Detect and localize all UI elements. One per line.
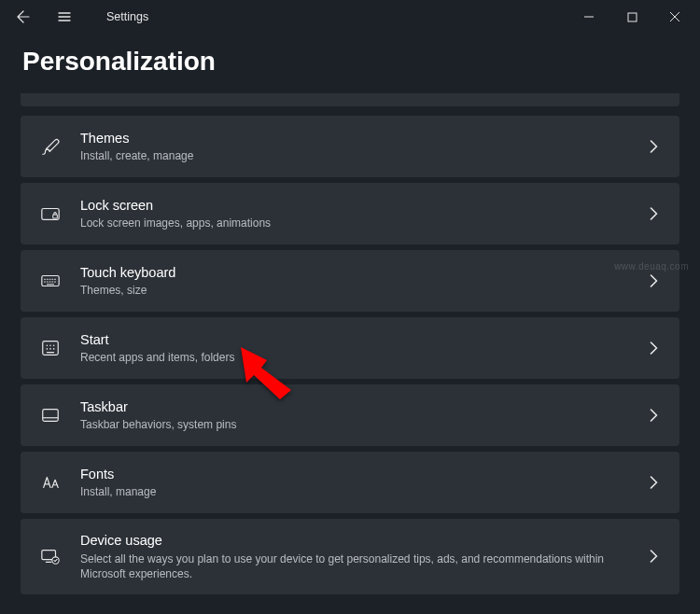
app-title: Settings — [106, 10, 148, 23]
row-subtitle: Select all the ways you plan to use your… — [80, 551, 635, 581]
taskbar-icon — [39, 404, 62, 426]
row-fonts[interactable]: Fonts Install, manage — [21, 452, 679, 513]
titlebar: Settings — [0, 0, 700, 34]
close-icon — [669, 11, 680, 22]
svg-rect-2 — [53, 215, 58, 218]
start-grid-icon — [39, 337, 62, 359]
row-subtitle: Taskbar behaviors, system pins — [80, 417, 635, 432]
lock-screen-icon — [39, 202, 62, 225]
row-taskbar[interactable]: Taskbar Taskbar behaviors, system pins — [21, 384, 679, 446]
minimize-icon — [583, 11, 595, 22]
svg-point-5 — [47, 344, 49, 346]
row-start[interactable]: Start Recent apps and items, folders — [21, 317, 679, 379]
device-usage-icon — [39, 545, 62, 567]
row-themes[interactable]: Themes Install, create, manage — [21, 116, 679, 177]
chevron-right-icon — [646, 140, 661, 153]
svg-point-6 — [49, 344, 51, 346]
arrow-left-icon — [16, 9, 31, 24]
row-title: Taskbar — [80, 398, 635, 417]
hamburger-icon — [57, 9, 72, 24]
row-touch-keyboard[interactable]: Touch keyboard Themes, size — [21, 250, 679, 312]
chevron-right-icon — [646, 342, 661, 355]
row-title: Start — [80, 331, 635, 350]
row-title: Fonts — [80, 466, 635, 484]
maximize-button[interactable] — [610, 2, 653, 32]
row-subtitle: Install, manage — [80, 484, 635, 499]
svg-rect-11 — [43, 410, 59, 422]
svg-point-10 — [53, 348, 55, 350]
paintbrush-icon — [39, 135, 62, 158]
page-title: Personalization — [22, 47, 700, 77]
row-device-usage[interactable]: Device usage Select all the ways you pla… — [21, 519, 679, 594]
svg-point-9 — [49, 348, 51, 350]
chevron-right-icon — [646, 274, 661, 287]
svg-point-8 — [47, 348, 49, 350]
fonts-icon — [39, 471, 62, 494]
chevron-right-icon — [646, 409, 661, 422]
row-partial-top[interactable] — [21, 93, 679, 106]
settings-list: Themes Install, create, manage Lock scre… — [0, 116, 700, 594]
row-subtitle: Themes, size — [80, 283, 635, 298]
menu-button[interactable] — [49, 2, 80, 32]
row-title: Touch keyboard — [80, 264, 635, 283]
row-subtitle: Recent apps and items, folders — [80, 350, 635, 365]
row-title: Themes — [80, 130, 635, 148]
minimize-button[interactable] — [567, 2, 610, 32]
back-button[interactable] — [7, 2, 39, 32]
row-title: Device usage — [80, 532, 635, 551]
svg-rect-0 — [628, 13, 637, 21]
keyboard-icon — [39, 270, 62, 292]
chevron-right-icon — [646, 476, 661, 489]
watermark: www.deuaq.com — [614, 261, 689, 272]
row-subtitle: Install, create, manage — [80, 148, 635, 163]
row-subtitle: Lock screen images, apps, animations — [80, 216, 635, 230]
chevron-right-icon — [646, 207, 661, 220]
row-lock-screen[interactable]: Lock screen Lock screen images, apps, an… — [21, 183, 679, 244]
maximize-icon — [627, 12, 637, 22]
close-button[interactable] — [653, 2, 696, 32]
svg-point-7 — [53, 344, 55, 346]
chevron-right-icon — [646, 550, 661, 563]
row-title: Lock screen — [80, 197, 635, 216]
